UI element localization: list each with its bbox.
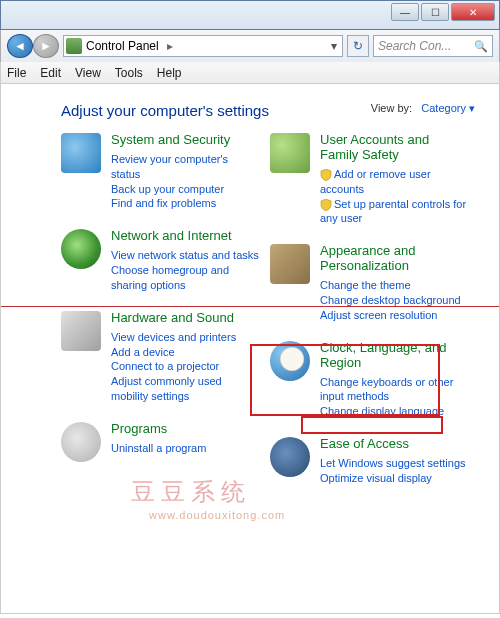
category-programs: Programs Uninstall a program [61, 422, 260, 462]
search-placeholder: Search Con... [378, 39, 470, 53]
link-theme[interactable]: Change the theme [320, 278, 469, 293]
appearance-icon [270, 244, 310, 284]
forward-button[interactable]: ► [33, 34, 59, 58]
category-link-user[interactable]: User Accounts and Family Safety [320, 133, 469, 163]
link-keyboards[interactable]: Change keyboards or other input methods [320, 375, 469, 405]
link-optimize[interactable]: Optimize visual display [320, 471, 469, 486]
menu-edit[interactable]: Edit [40, 66, 61, 80]
search-input[interactable]: Search Con... 🔍 [373, 35, 493, 57]
link-add-remove-user[interactable]: Add or remove user accounts [320, 167, 469, 197]
link-suggest[interactable]: Let Windows suggest settings [320, 456, 469, 471]
maximize-button[interactable]: ☐ [421, 3, 449, 21]
link-projector[interactable]: Connect to a projector [111, 359, 260, 374]
link-desktop-bg[interactable]: Change desktop background [320, 293, 469, 308]
control-panel-icon [66, 38, 82, 54]
category-appearance: Appearance and Personalization Change th… [270, 244, 469, 322]
category-system-security: System and Security Review your computer… [61, 133, 260, 211]
breadcrumb-arrow-icon[interactable]: ▸ [163, 39, 177, 53]
back-button[interactable]: ◄ [7, 34, 33, 58]
link-mobility[interactable]: Adjust commonly used mobility settings [111, 374, 260, 404]
category-user-accounts: User Accounts and Family Safety Add or r… [270, 133, 469, 226]
close-button[interactable]: ✕ [451, 3, 495, 21]
clock-language-icon [270, 341, 310, 381]
link-add-device[interactable]: Add a device [111, 345, 260, 360]
menu-view[interactable]: View [75, 66, 101, 80]
category-link-clock[interactable]: Clock, Language, and Region [320, 341, 469, 371]
shield-icon [320, 199, 332, 211]
chevron-down-icon: ▾ [469, 102, 475, 114]
category-link-network[interactable]: Network and Internet [111, 229, 260, 244]
category-clock-language: Clock, Language, and Region Change keybo… [270, 341, 469, 419]
viewby-label: View by: [371, 102, 412, 114]
refresh-button[interactable]: ↻ [347, 35, 369, 57]
view-by: View by: Category ▾ [371, 102, 475, 115]
menu-file[interactable]: File [7, 66, 26, 80]
address-dropdown-icon[interactable]: ▾ [328, 39, 340, 53]
menu-tools[interactable]: Tools [115, 66, 143, 80]
system-security-icon [61, 133, 101, 173]
category-link-system[interactable]: System and Security [111, 133, 260, 148]
category-link-hardware[interactable]: Hardware and Sound [111, 311, 260, 326]
link-backup[interactable]: Back up your computer [111, 182, 260, 197]
category-link-ease[interactable]: Ease of Access [320, 437, 469, 452]
link-display-language[interactable]: Change display language [320, 404, 469, 419]
category-hardware: Hardware and Sound View devices and prin… [61, 311, 260, 404]
menubar: File Edit View Tools Help [0, 62, 500, 84]
category-link-programs[interactable]: Programs [111, 422, 260, 437]
watermark-url: www.doudouxitong.com [149, 509, 285, 521]
titlebar: — ☐ ✕ [0, 0, 500, 30]
viewby-dropdown[interactable]: Category ▾ [421, 102, 475, 114]
category-ease-access: Ease of Access Let Windows suggest setti… [270, 437, 469, 486]
programs-icon [61, 422, 101, 462]
menu-help[interactable]: Help [157, 66, 182, 80]
search-icon: 🔍 [474, 40, 488, 53]
link-parental[interactable]: Set up parental controls for any user [320, 197, 469, 227]
user-accounts-icon [270, 133, 310, 173]
link-uninstall[interactable]: Uninstall a program [111, 441, 260, 456]
link-devices-printers[interactable]: View devices and printers [111, 330, 260, 345]
link-find-fix[interactable]: Find and fix problems [111, 196, 260, 211]
minimize-button[interactable]: — [391, 3, 419, 21]
category-network: Network and Internet View network status… [61, 229, 260, 292]
hardware-icon [61, 311, 101, 351]
link-homegroup[interactable]: Choose homegroup and sharing options [111, 263, 260, 293]
ease-access-icon [270, 437, 310, 477]
network-icon [61, 229, 101, 269]
content-area: Adjust your computer's settings View by:… [0, 84, 500, 614]
link-network-status[interactable]: View network status and tasks [111, 248, 260, 263]
shield-icon [320, 169, 332, 181]
navbar: ◄ ► Control Panel ▸ ▾ ↻ Search Con... 🔍 [0, 30, 500, 62]
category-link-appearance[interactable]: Appearance and Personalization [320, 244, 469, 274]
address-bar[interactable]: Control Panel ▸ ▾ [63, 35, 343, 57]
link-review-status[interactable]: Review your computer's status [111, 152, 260, 182]
breadcrumb[interactable]: Control Panel [86, 39, 159, 53]
link-resolution[interactable]: Adjust screen resolution [320, 308, 469, 323]
